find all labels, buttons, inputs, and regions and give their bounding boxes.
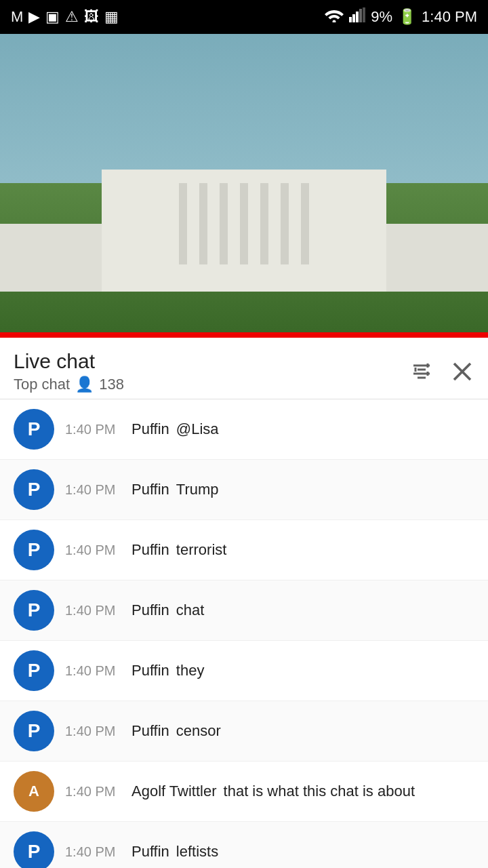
- close-button[interactable]: [450, 359, 474, 384]
- chat-header-right: [409, 359, 474, 384]
- video-player[interactable]: [0, 34, 488, 332]
- message-text: Trump: [176, 481, 219, 498]
- avatar: P: [14, 711, 54, 751]
- wh-columns: [102, 170, 386, 264]
- message-text: @Lisa: [176, 420, 219, 438]
- message-time: 1:40 PM: [65, 784, 125, 800]
- message-author: Puffin: [131, 481, 169, 498]
- message-time: 1:40 PM: [65, 603, 125, 618]
- chat-message[interactable]: P 1:40 PM Puffin censor: [0, 701, 488, 762]
- message-time: 1:40 PM: [65, 663, 125, 679]
- avatar: P: [14, 650, 54, 691]
- time-display: 1:40 PM: [422, 8, 477, 26]
- svg-rect-3: [356, 12, 359, 22]
- icon-grid: ▦: [104, 8, 119, 26]
- svg-rect-2: [352, 14, 355, 22]
- live-chat-panel: Live chat Top chat 👤 138: [0, 338, 488, 868]
- chat-header: Live chat Top chat 👤 138: [0, 338, 488, 399]
- wifi-icon: [325, 7, 344, 26]
- avatar: P: [14, 831, 54, 868]
- icon-m: M: [11, 8, 23, 26]
- message-content: 1:40 PM Puffin @Lisa: [65, 420, 474, 438]
- icon-files: ▣: [45, 8, 60, 26]
- red-progress-bar: [0, 332, 488, 338]
- avatar: A: [14, 771, 54, 812]
- svg-rect-5: [363, 7, 365, 22]
- chat-message[interactable]: P 1:40 PM Puffin Trump: [0, 460, 488, 520]
- icon-warning: ⚠: [65, 8, 79, 26]
- message-time: 1:40 PM: [65, 542, 125, 558]
- avatar: P: [14, 590, 54, 631]
- status-left: M ▶ ▣ ⚠ 🖼 ▦: [11, 8, 119, 26]
- message-content: 1:40 PM Puffin leftists: [65, 843, 474, 861]
- battery-text: 9%: [371, 8, 392, 26]
- message-author: Puffin: [131, 843, 169, 861]
- svg-rect-4: [359, 9, 362, 22]
- message-text: leftists: [176, 843, 218, 861]
- chat-message[interactable]: P 1:40 PM Puffin @Lisa: [0, 399, 488, 460]
- message-text: chat: [176, 601, 205, 619]
- message-time: 1:40 PM: [65, 482, 125, 498]
- message-author: Puffin: [131, 420, 169, 438]
- message-text: terrorist: [176, 541, 227, 559]
- message-author: Agolf Twittler: [131, 783, 217, 800]
- message-time: 1:40 PM: [65, 844, 125, 860]
- top-chat-label[interactable]: Top chat: [14, 376, 70, 393]
- message-time: 1:40 PM: [65, 422, 125, 437]
- message-text: censor: [176, 722, 221, 740]
- wh-wing-left: [0, 224, 102, 292]
- message-content: 1:40 PM Puffin chat: [65, 601, 474, 619]
- message-time: 1:40 PM: [65, 724, 125, 739]
- chat-message[interactable]: P 1:40 PM Puffin chat: [0, 580, 488, 641]
- avatar: P: [14, 530, 54, 570]
- message-author: Puffin: [131, 541, 169, 559]
- chat-messages: P 1:40 PM Puffin @Lisa P 1:40 PM Puffin …: [0, 399, 488, 868]
- chat-message[interactable]: P 1:40 PM Puffin terrorist: [0, 520, 488, 580]
- white-house-building: [102, 170, 386, 292]
- message-content: 1:40 PM Puffin Trump: [65, 481, 474, 498]
- message-text: that is what this chat is about: [224, 783, 415, 800]
- message-content: 1:40 PM Puffin censor: [65, 722, 474, 740]
- message-content: 1:40 PM Puffin terrorist: [65, 541, 474, 559]
- svg-point-0: [333, 20, 336, 23]
- chat-message[interactable]: P 1:40 PM Puffin leftists: [0, 822, 488, 868]
- message-text: they: [176, 662, 205, 679]
- icon-image: 🖼: [84, 8, 99, 26]
- chat-message[interactable]: A 1:40 PM Agolf Twittler that is what th…: [0, 762, 488, 822]
- filter-button[interactable]: [409, 359, 434, 384]
- status-bar: M ▶ ▣ ⚠ 🖼 ▦ 9% 🔋 1:40 PM: [0, 0, 488, 34]
- message-author: Puffin: [131, 601, 169, 619]
- status-right: 9% 🔋 1:40 PM: [325, 7, 477, 26]
- sky: [0, 34, 488, 183]
- avatar: P: [14, 469, 54, 510]
- avatar: P: [14, 409, 54, 450]
- wh-wing-right: [386, 224, 488, 292]
- viewer-icon: 👤: [75, 376, 94, 393]
- chat-header-left: Live chat Top chat 👤 138: [14, 350, 124, 393]
- message-content: 1:40 PM Agolf Twittler that is what this…: [65, 783, 474, 800]
- signal-icon: [349, 7, 365, 26]
- chat-sub[interactable]: Top chat 👤 138: [14, 376, 124, 393]
- chat-message[interactable]: P 1:40 PM Puffin they: [0, 641, 488, 701]
- icon-youtube: ▶: [28, 8, 40, 26]
- svg-rect-1: [349, 17, 352, 22]
- chat-title: Live chat: [14, 350, 124, 373]
- viewer-count: 138: [99, 376, 124, 393]
- battery-icon: 🔋: [398, 8, 416, 26]
- message-author: Puffin: [131, 722, 169, 740]
- message-author: Puffin: [131, 662, 169, 679]
- message-content: 1:40 PM Puffin they: [65, 662, 474, 679]
